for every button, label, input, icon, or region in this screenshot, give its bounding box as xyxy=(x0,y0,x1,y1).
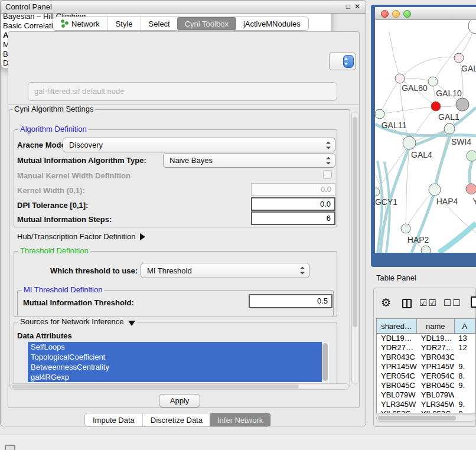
mi-type-combo[interactable]: Naive Bayes xyxy=(163,153,335,168)
which-threshold-combo[interactable]: MI Threshold xyxy=(141,263,309,278)
table-cell: 13 xyxy=(454,334,475,343)
table-row[interactable]: YER054CYER054C8. xyxy=(377,371,475,381)
aracne-mode-combo[interactable]: Discovery xyxy=(63,138,335,152)
network-view-canvas[interactable]: GALGAL80GAL10GAL1GAL11SWI4GAL4GCY1HAP4YH… xyxy=(375,20,476,253)
data-attributes-list: SelfLoopsTopologicalCoefficientBetweenne… xyxy=(28,342,329,383)
scrollbar-thumb[interactable] xyxy=(12,384,299,389)
column-header[interactable]: name xyxy=(417,319,455,334)
network-node-gal1[interactable] xyxy=(431,102,441,111)
deselect-all-checkboxes-icon[interactable]: ☐☐ xyxy=(444,298,462,308)
network-selector-field[interactable]: gal-filtered.sif default node xyxy=(28,82,337,101)
network-edge xyxy=(389,32,400,79)
table-cell: 9. xyxy=(454,400,475,409)
table-row[interactable]: YIL052CYIL052C9 xyxy=(377,409,475,413)
tab-infer-network[interactable]: Infer Network xyxy=(210,413,270,426)
tab-cyni-toolbox[interactable]: Cyni Toolbox xyxy=(177,17,236,30)
float-window-icon[interactable]: □ xyxy=(346,2,350,11)
dpi-tolerance-field[interactable]: 0.0 xyxy=(251,197,335,211)
manual-kernel-checkbox[interactable] xyxy=(323,170,332,179)
column-header[interactable]: A xyxy=(455,319,475,334)
network-node-gal[interactable] xyxy=(454,53,464,63)
minimized-panel-button[interactable] xyxy=(5,445,15,450)
network-node-gal10[interactable] xyxy=(428,77,438,86)
table-cell: YIL052C xyxy=(377,409,417,413)
network-node-label: HAP2 xyxy=(407,235,429,244)
close-window-icon[interactable]: ✕ xyxy=(354,2,360,11)
apply-button[interactable]: Apply xyxy=(159,394,200,407)
table-horizontal-scrollbar[interactable] xyxy=(376,415,476,422)
table-row[interactable]: YBR045CYBR045C9. xyxy=(377,381,475,390)
settings-horizontal-scrollbar[interactable] xyxy=(10,383,349,390)
sources-title-label: Sources for Network Inference xyxy=(20,317,124,326)
data-attribute-item[interactable]: gal4RGexp xyxy=(28,372,322,382)
tab-label: Network xyxy=(71,19,100,28)
hub-definition-toggle[interactable]: Hub/Transcription Factor Definition xyxy=(17,232,145,241)
network-node-y[interactable] xyxy=(466,184,476,194)
updown-arrows-icon xyxy=(344,58,349,66)
tab-select[interactable]: Select xyxy=(141,17,178,30)
mi-steps-field[interactable]: 6 xyxy=(251,211,335,225)
network-node[interactable] xyxy=(467,151,476,161)
network-node-gal4[interactable] xyxy=(403,136,416,149)
table-cell: YER054C xyxy=(377,371,417,381)
aracne-mode-label: Aracne Mode: xyxy=(17,141,68,149)
control-panel-title: Control Panel xyxy=(5,2,52,11)
inference-algorithm-combo-fragment[interactable] xyxy=(329,53,356,70)
scrollbar-thumb[interactable] xyxy=(353,117,357,327)
network-node-gal11[interactable] xyxy=(375,109,384,119)
screenshot-root: Control Panel □ ✕ NetworkStyleSelectCyni… xyxy=(0,0,476,450)
tab-jactivemnodules[interactable]: jActiveMNodules xyxy=(236,17,308,30)
settings-vertical-scrollbar[interactable] xyxy=(351,112,358,384)
table-row[interactable]: YLR345WYLR345W9. xyxy=(377,400,475,409)
table-cell: YBR045C xyxy=(417,381,454,390)
table-row[interactable]: YBR043CYBR043C xyxy=(377,353,475,362)
mi-threshold-group-title: MI Threshold Definition xyxy=(22,286,104,294)
dpi-tolerance-label: DPI Tolerance [0,1]: xyxy=(17,201,88,210)
tab-label: Style xyxy=(116,19,133,28)
minimize-traffic-light-icon[interactable] xyxy=(392,10,400,18)
mi-threshold-field[interactable]: 0.5 xyxy=(249,294,332,308)
data-attribute-item[interactable]: SelfLoops xyxy=(28,342,322,352)
which-threshold-value: MI Threshold xyxy=(147,266,192,275)
threshold-definition-title: Threshold Definition xyxy=(18,247,90,255)
tab-style[interactable]: Style xyxy=(107,17,141,30)
table-row[interactable]: YPR145WYPR145W9. xyxy=(377,362,475,371)
table-row[interactable]: YDL19…YDL19…13 xyxy=(377,334,475,343)
network-node-label: GAL80 xyxy=(402,83,428,93)
scrollbar-thumb[interactable] xyxy=(322,343,328,381)
data-attribute-item[interactable]: TopologicalCoefficient xyxy=(28,352,322,362)
select-all-checkboxes-icon[interactable]: ☑☑ xyxy=(419,298,438,308)
table-cell: 12 xyxy=(454,343,475,353)
combo-arrow-button[interactable] xyxy=(343,55,354,68)
zoom-traffic-light-icon[interactable] xyxy=(403,10,411,18)
tab-network[interactable]: Network xyxy=(53,17,107,30)
table-row[interactable]: YBL079WYBL079W xyxy=(377,390,475,400)
tab-discretize-data[interactable]: Discretize Data xyxy=(142,413,210,426)
gear-icon[interactable]: ⚙ xyxy=(381,296,391,309)
column-layout-icon[interactable] xyxy=(402,299,412,308)
network-node-gcy1[interactable] xyxy=(375,188,380,196)
data-attribute-item[interactable]: BetweennessCentrality xyxy=(28,362,322,372)
network-node-gal80[interactable] xyxy=(395,74,405,83)
tab-impute-data[interactable]: Impute Data xyxy=(85,413,142,426)
data-attributes-label: Data Attributes xyxy=(17,331,72,340)
network-node-label: GAL xyxy=(461,64,476,73)
network-node-swi4[interactable] xyxy=(444,123,455,134)
mi-threshold-label: Mutual Information Threshold: xyxy=(23,298,134,307)
close-traffic-light-icon[interactable] xyxy=(381,10,389,18)
column-header[interactable]: shared… xyxy=(377,319,417,334)
manual-kernel-label: Manual Kernel Width Definition xyxy=(17,171,131,180)
network-node-hap4[interactable] xyxy=(429,184,441,195)
table-cell: YPR145W xyxy=(377,362,417,371)
network-node[interactable] xyxy=(456,98,469,111)
document-icon[interactable] xyxy=(471,296,476,308)
sources-group-title[interactable]: Sources for Network Inference xyxy=(18,318,137,326)
scrollbar-thumb[interactable] xyxy=(378,416,456,420)
table-cell: YIL052C xyxy=(417,409,454,413)
which-threshold-label: Which threshold to use: xyxy=(50,266,138,275)
network-node-hap2[interactable] xyxy=(401,224,410,233)
attributes-scrollbar[interactable] xyxy=(322,342,328,383)
table-row[interactable]: YDR27…YDR27…12 xyxy=(377,343,475,353)
kernel-width-field[interactable]: 0.0 xyxy=(251,183,335,196)
network-node[interactable] xyxy=(421,246,431,253)
